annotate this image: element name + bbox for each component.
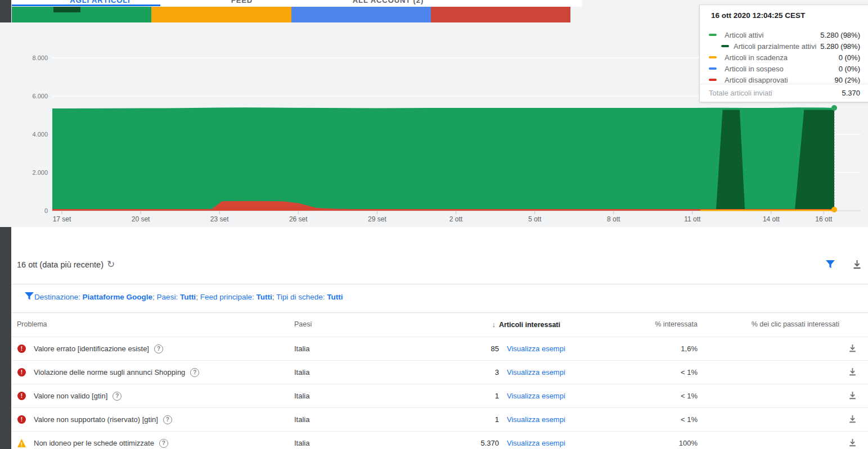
series-swatch-icon: [709, 67, 717, 70]
col-problem[interactable]: Problema: [17, 312, 47, 337]
latest-date-label: 16 ott (data più recente): [17, 260, 104, 269]
x-tick-label: 26 set: [278, 215, 318, 223]
view-examples-link[interactable]: Visualizza esempi: [507, 361, 565, 384]
severity-icon: !: [17, 392, 26, 400]
segment-active-items[interactable]: [12, 7, 151, 22]
tooltip-legend-row: Articoli attivi 5.280 (98%): [700, 29, 868, 40]
x-tick-label: 17 set: [42, 215, 82, 223]
x-tick-label: 20 set: [121, 215, 160, 223]
tooltip-legend-row: Articoli parzialmente attivi 5.280 (98%): [700, 40, 868, 52]
pct-affected-value: < 1%: [619, 384, 698, 407]
download-icon[interactable]: [852, 259, 862, 270]
chart-tooltip: 16 ott 2020 12:04:25 CEST Articoli attiv…: [699, 4, 868, 102]
col-pct-clicks[interactable]: % dei clic passati interessati: [698, 312, 839, 337]
help-icon[interactable]: ?: [154, 344, 163, 353]
series-swatch-icon: [709, 34, 717, 36]
row-download-icon[interactable]: [848, 391, 857, 400]
filter-value: Tutti: [180, 293, 196, 301]
filter-chip-icon[interactable]: [25, 292, 34, 301]
tab-feed-issues[interactable]: FEED: [231, 0, 253, 4]
items-affected-value: 1: [428, 408, 499, 431]
x-tick-label: 5 ott: [515, 215, 555, 223]
series-swatch-icon: [709, 79, 717, 81]
segment-pending-items[interactable]: [291, 7, 431, 22]
issue-country: Italia: [294, 384, 309, 407]
filter-label: Destinazione:: [34, 293, 83, 301]
col-items-affected[interactable]: ↓Articoli interessati: [394, 312, 560, 337]
help-icon[interactable]: ?: [190, 368, 199, 377]
severity-icon: !: [17, 439, 26, 447]
help-icon[interactable]: ?: [159, 439, 168, 448]
tooltip-date-title: 16 ott 2020 12:04:25 CEST: [711, 11, 805, 20]
tooltip-legend-row: Articoli in sospeso 0 (0%): [700, 63, 868, 74]
filter-separator: ;: [196, 293, 200, 301]
help-icon[interactable]: ?: [163, 415, 172, 424]
pct-affected-value: < 1%: [619, 361, 698, 384]
table-row: ! Violazione delle norme sugli annunci S…: [12, 360, 868, 384]
series-label: Articoli in scadenza: [725, 53, 788, 62]
table-row: ! Valore non supportato (riservato) [gti…: [12, 407, 868, 431]
view-examples-link[interactable]: Visualizza esempi: [507, 432, 565, 449]
filter-label: Tipi di schede:: [276, 293, 327, 301]
series-label: Articoli in sospeso: [725, 65, 784, 73]
row-download-icon[interactable]: [848, 343, 857, 353]
x-tick-label: 2 ott: [437, 215, 476, 223]
view-examples-link[interactable]: Visualizza esempi: [507, 337, 565, 360]
view-examples-link[interactable]: Visualizza esempi: [507, 384, 565, 407]
tooltip-divider: [700, 84, 868, 84]
filter-value: Tutti: [327, 293, 343, 301]
items-affected-value: 3: [428, 361, 499, 384]
segment-expiring-items[interactable]: [151, 7, 291, 22]
col-pct-affected[interactable]: % interessata: [619, 312, 698, 337]
tooltip-total-value: 5.370: [842, 89, 860, 97]
tab-account-issues[interactable]: ALL'ACCOUNT (2): [353, 0, 424, 4]
active-tab-underline: [12, 4, 160, 6]
filter-label: Paesi:: [157, 293, 180, 301]
series-value: 0 (0%): [839, 65, 860, 73]
refresh-icon[interactable]: ↻: [107, 258, 115, 270]
tab-item-issues[interactable]: AGLI ARTICOLI: [70, 0, 130, 4]
table-row: ! Non idoneo per le schede ottimizzate? …: [12, 431, 868, 449]
issue-title: Valore non supportato (riservato) [gtin]: [34, 415, 158, 424]
segment-disapproved-items[interactable]: [431, 7, 570, 22]
row-download-icon[interactable]: [848, 438, 857, 447]
y-tick-label: 8.000: [10, 55, 48, 61]
table-row: ! Valore non valido [gtin]? Italia 1 Vis…: [12, 384, 868, 407]
pct-affected-value: 1,6%: [619, 337, 698, 360]
y-tick-label: 0: [10, 207, 48, 214]
series-value: 0 (0%): [839, 53, 860, 62]
y-tick-label: 6.000: [10, 93, 48, 99]
series-label: Articoli disapprovati: [725, 76, 788, 84]
divider: [12, 284, 868, 284]
help-icon[interactable]: ?: [113, 392, 122, 401]
items-affected-value: 85: [428, 337, 499, 360]
series-value: 90 (2%): [834, 76, 860, 84]
filter-icon[interactable]: [825, 260, 835, 269]
view-examples-link[interactable]: Visualizza esempi: [507, 408, 565, 431]
series-label: Articoli parzialmente attivi: [734, 42, 816, 51]
col-country[interactable]: Paesi: [294, 312, 312, 337]
pct-affected-value: 100%: [619, 432, 698, 449]
filter-separator: ;: [152, 293, 157, 301]
items-affected-value: 1: [428, 384, 499, 407]
x-tick-label: 8 ott: [594, 215, 633, 223]
active-filters-summary[interactable]: Destinazione: Piattaforme Google; Paesi:…: [34, 293, 343, 301]
tooltip-total-label: Totale articoli inviati: [709, 89, 772, 97]
row-download-icon[interactable]: [848, 414, 857, 424]
x-tick-label: 16 ott: [804, 215, 843, 223]
issue-country: Italia: [294, 337, 309, 360]
issue-country: Italia: [294, 408, 309, 431]
segment-partially-active-overlay: [53, 7, 80, 12]
severity-icon: !: [17, 344, 26, 353]
issues-table-body: ! Valore errato [identificazione esiste]…: [12, 337, 868, 449]
row-download-icon[interactable]: [848, 367, 857, 377]
y-tick-label: 4.000: [10, 131, 48, 138]
series-value: 5.280 (98%): [820, 42, 860, 51]
severity-icon: !: [17, 368, 26, 377]
sort-descending-icon: ↓: [492, 320, 496, 329]
series-swatch-icon: [721, 45, 729, 47]
y-tick-label: 2.000: [10, 169, 48, 176]
severity-icon: !: [17, 415, 26, 424]
table-row: ! Valore errato [identificazione esiste]…: [12, 337, 868, 360]
filter-value: Tutti: [256, 293, 272, 301]
